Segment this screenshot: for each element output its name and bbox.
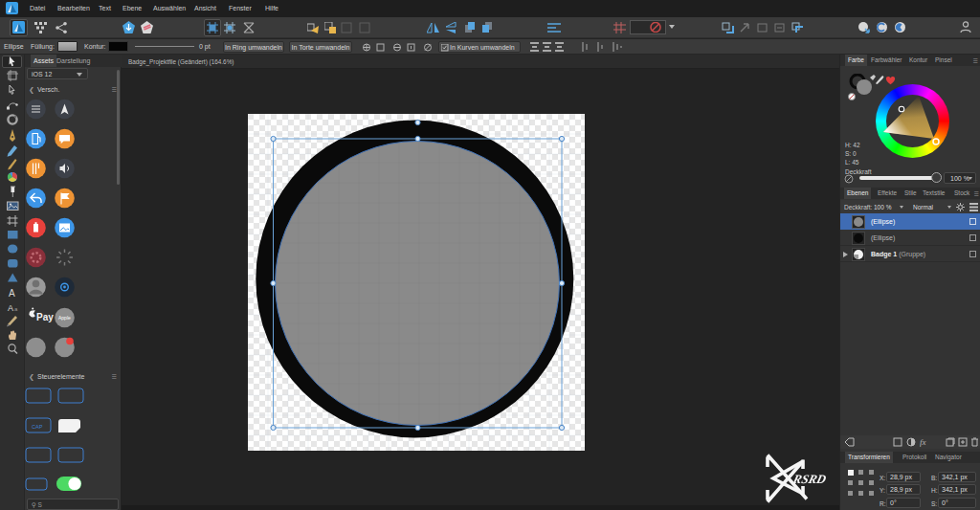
svg-text:A: A bbox=[8, 303, 13, 313]
svg-text:A: A bbox=[9, 288, 15, 299]
svg-text:a: a bbox=[14, 306, 18, 312]
svg-text:CAP: CAP bbox=[32, 424, 43, 430]
svg-text:Pay: Pay bbox=[36, 312, 54, 322]
svg-text:Apple: Apple bbox=[58, 315, 71, 321]
svg-text:fx: fx bbox=[920, 437, 926, 447]
svg-text:RSRD: RSRD bbox=[791, 472, 828, 486]
